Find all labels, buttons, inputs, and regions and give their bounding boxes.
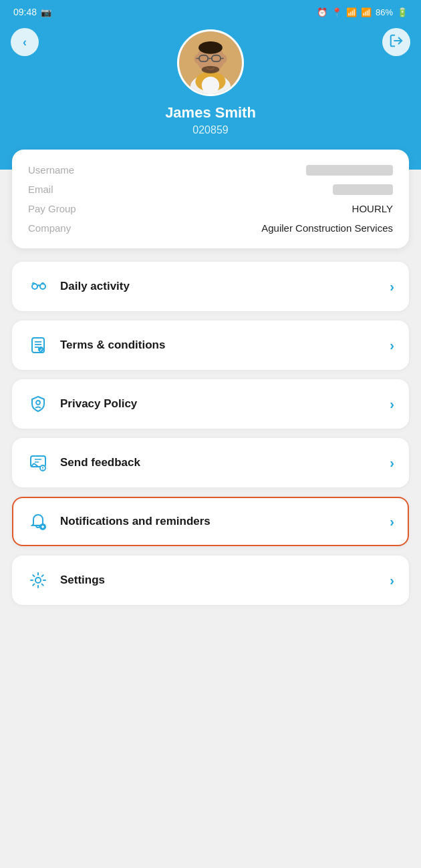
logout-icon (389, 33, 404, 51)
info-card: Username Email Pay Group HOURLY Company … (12, 150, 409, 248)
daily-activity-chevron: › (390, 279, 394, 294)
back-button[interactable]: ‹ (11, 28, 39, 56)
svg-text:✓: ✓ (39, 348, 43, 352)
camera-icon: 📷 (41, 7, 51, 17)
menu-list: Daily activity › ✓ Terms & conditions › (0, 262, 421, 605)
svg-point-16 (40, 284, 45, 289)
info-row-username: Username (28, 164, 393, 176)
terms-icon: ✓ (27, 334, 49, 357)
status-icons: ⏰ 📍 📶 📶 86% 🔋 (317, 7, 408, 17)
info-row-paygroup: Pay Group HOURLY (28, 203, 393, 214)
privacy-label: Privacy Policy (60, 397, 390, 411)
feedback-label: Send feedback (60, 456, 390, 469)
settings-label: Settings (60, 574, 390, 587)
paygroup-value: HOURLY (352, 203, 393, 214)
svg-point-31 (35, 578, 41, 583)
profile-name: James Smith (165, 104, 256, 122)
privacy-icon (27, 393, 49, 415)
status-time: 09:48 📷 (13, 7, 51, 17)
menu-item-settings[interactable]: Settings › (12, 556, 409, 605)
daily-activity-icon (27, 275, 49, 298)
notifications-icon (27, 510, 49, 533)
notifications-label: Notifications and reminders (60, 515, 390, 528)
svg-point-23 (36, 401, 40, 405)
terms-label: Terms & conditions (60, 339, 390, 352)
svg-point-6 (198, 41, 223, 54)
menu-item-daily-activity[interactable]: Daily activity › (12, 262, 409, 311)
svg-point-8 (221, 55, 227, 63)
battery-icon: 🔋 (397, 7, 408, 17)
battery-label: 86% (376, 7, 393, 17)
username-label: Username (28, 164, 74, 176)
status-bar: 09:48 📷 ⏰ 📍 📶 📶 86% 🔋 (0, 0, 421, 23)
svg-point-4 (202, 77, 219, 94)
settings-icon (27, 569, 49, 592)
svg-point-27 (42, 469, 43, 470)
email-value (333, 184, 393, 195)
username-value (306, 165, 393, 176)
profile-header: ‹ (0, 23, 421, 170)
info-row-email: Email (28, 184, 393, 195)
settings-chevron: › (390, 573, 394, 588)
profile-id: 020859 (192, 124, 228, 136)
info-row-company: Company Aguiler Construction Services (28, 222, 393, 234)
menu-item-privacy[interactable]: Privacy Policy › (12, 379, 409, 429)
notifications-chevron: › (390, 514, 394, 529)
menu-item-terms[interactable]: ✓ Terms & conditions › (12, 320, 409, 370)
back-icon: ‹ (23, 35, 27, 49)
wifi-icon: 📶 (346, 7, 357, 17)
logout-button[interactable] (382, 28, 410, 56)
location-icon: 📍 (331, 7, 342, 17)
privacy-chevron: › (390, 397, 394, 412)
company-label: Company (28, 222, 71, 234)
alarm-icon: ⏰ (317, 7, 327, 17)
menu-item-notifications[interactable]: Notifications and reminders › (12, 497, 409, 546)
avatar (177, 29, 244, 96)
company-value: Aguiler Construction Services (261, 222, 393, 234)
menu-item-feedback[interactable]: Send feedback › (12, 438, 409, 487)
feedback-chevron: › (390, 455, 394, 471)
svg-point-15 (32, 284, 37, 289)
signal-icon: 📶 (361, 7, 372, 17)
email-label: Email (28, 184, 53, 195)
paygroup-label: Pay Group (28, 203, 76, 214)
terms-chevron: › (390, 338, 394, 353)
daily-activity-label: Daily activity (60, 280, 390, 293)
feedback-icon (27, 451, 49, 474)
